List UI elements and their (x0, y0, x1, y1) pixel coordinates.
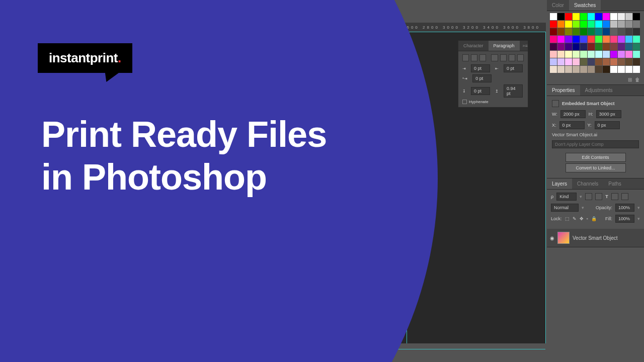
title-overlay: instantprint. Print Ready Filesin Photos… (0, 0, 644, 362)
logo-speech-tail (101, 72, 120, 82)
headline: Print Ready Filesin Photoshop (41, 113, 327, 199)
logo-text: instantprint (49, 50, 118, 65)
logo-stop: . (118, 50, 121, 65)
logo: instantprint. (38, 43, 132, 73)
